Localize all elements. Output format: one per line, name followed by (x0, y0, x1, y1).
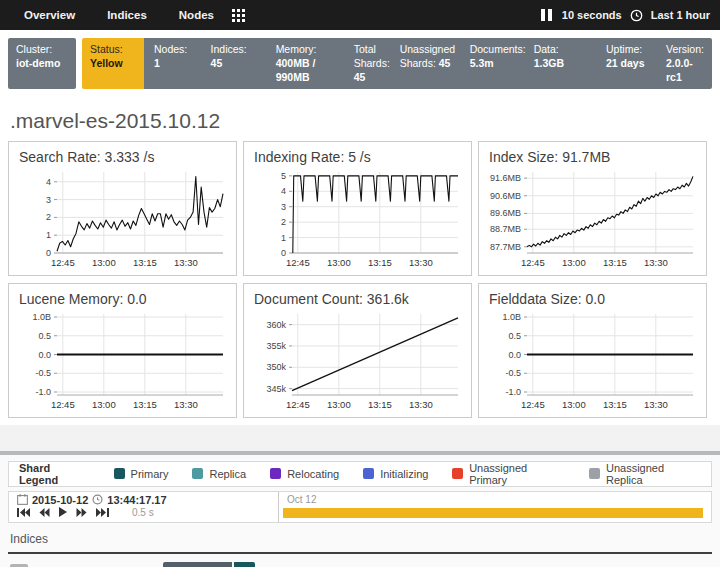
svg-text:87.7MB: 87.7MB (490, 241, 521, 251)
section-gap (0, 425, 720, 451)
playback-date[interactable]: 2015-10-12 (32, 494, 88, 506)
svg-text:345k: 345k (266, 383, 286, 393)
svg-text:1.0B: 1.0B (32, 312, 51, 322)
cluster-stat: Memory: 400MB / 990MB (268, 42, 346, 85)
svg-text:0.0: 0.0 (508, 349, 521, 359)
apps-grid-icon[interactable] (232, 9, 245, 22)
svg-text:4: 4 (46, 176, 51, 186)
svg-text:2: 2 (46, 212, 51, 222)
nav-item-indices[interactable]: Indices (93, 5, 161, 25)
status-label: Status: (90, 43, 123, 55)
svg-text:13:15: 13:15 (368, 257, 392, 268)
chart-plot[interactable]: 1.0B0.50.0-0.5-1.012:4513:0013:1513:30 (15, 309, 228, 415)
play-button[interactable] (59, 507, 67, 517)
cluster-stat: Indices: 45 (203, 42, 268, 85)
svg-text:89.6MB: 89.6MB (490, 208, 521, 218)
svg-text:13:00: 13:00 (92, 257, 116, 268)
pause-icon[interactable] (541, 9, 552, 21)
svg-text:12:45: 12:45 (51, 399, 75, 410)
chart-title: Lucene Memory: 0.0 (9, 284, 236, 307)
cluster-value: iot-demo (16, 57, 60, 69)
svg-text:13:30: 13:30 (644, 399, 668, 410)
refresh-interval[interactable]: 10 seconds (562, 9, 622, 21)
cluster-stat: Data: 1.3GB (526, 42, 598, 85)
svg-text:12:45: 12:45 (521, 399, 545, 410)
cluster-stat: Unassigned Shards: 45 (392, 42, 462, 85)
svg-text:13:00: 13:00 (92, 399, 116, 410)
indices-badges-row: 0 Headlok ★ 0 (8, 562, 712, 567)
svg-text:2: 2 (281, 217, 286, 227)
legend-item-replica: Replica (192, 462, 246, 486)
svg-text:13:30: 13:30 (174, 399, 198, 410)
playback-speed: 0.5 s (132, 507, 154, 518)
svg-text:1: 1 (46, 230, 51, 240)
cluster-stat: Version: 2.0.0-rc1 (658, 42, 710, 85)
nav-item-overview[interactable]: Overview (10, 5, 89, 25)
legend-item-unassigned-primary: Unassigned Primary (452, 462, 565, 486)
chart-plot[interactable]: 91.6MB90.6MB89.6MB88.7MB87.7MB12:4513:00… (485, 167, 698, 273)
legend-item-unassigned-replica: Unassigned Replica (589, 462, 701, 486)
legend-item-relocating: Relocating (270, 462, 339, 486)
timeline-date-label: Oct 12 (287, 494, 316, 505)
legend-item-initializing: Initializing (363, 462, 428, 486)
index-badge[interactable]: Headlok ★ 0 (163, 562, 255, 567)
svg-text:0.5: 0.5 (38, 330, 51, 340)
chart-plot[interactable]: 54321012:4513:0013:1513:30 (250, 167, 463, 273)
fast-forward-button[interactable] (76, 508, 87, 517)
cluster-bar: Cluster: iot-demo Status: Yellow Nodes: … (8, 38, 712, 89)
cluster-name-chip: Cluster: iot-demo (8, 38, 76, 89)
svg-text:13:30: 13:30 (174, 257, 198, 268)
nav-item-nodes[interactable]: Nodes (165, 5, 228, 25)
playback-time[interactable]: 13:44:17.17 (107, 494, 166, 506)
svg-text:88.7MB: 88.7MB (490, 224, 521, 234)
chart-plot[interactable]: 1.0B0.50.0-0.5-1.012:4513:0013:1513:30 (485, 309, 698, 415)
svg-text:-1.0: -1.0 (35, 387, 51, 397)
chart-title: Index Size: 91.7MB (479, 142, 706, 165)
charts-grid: Search Rate: 3.333 /s4321012:4513:0013:1… (8, 141, 712, 418)
svg-text:3: 3 (281, 201, 286, 211)
chart-title: Search Rate: 3.333 /s (9, 142, 236, 165)
time-range[interactable]: Last 1 hour (651, 9, 710, 21)
svg-text:13:15: 13:15 (368, 399, 392, 410)
cluster-stat: Nodes: 1 (146, 42, 203, 85)
legend-swatch (270, 468, 281, 479)
svg-text:13:30: 13:30 (644, 257, 668, 268)
top-nav: OverviewIndicesNodes 10 seconds Last 1 h… (0, 0, 720, 30)
svg-text:90.6MB: 90.6MB (490, 190, 521, 200)
timeline-progress-bar[interactable] (283, 508, 703, 518)
page-title: .marvel-es-2015.10.12 (10, 109, 710, 133)
cluster-label: Cluster: (16, 43, 52, 55)
skip-back-button[interactable] (17, 508, 30, 517)
shard-legend-title: Shard Legend (19, 462, 92, 486)
chart-title: Fielddata Size: 0.0 (479, 284, 706, 307)
chart-panel: Fielddata Size: 0.01.0B0.50.0-0.5-1.012:… (478, 283, 707, 418)
shard-legend-items: PrimaryReplicaRelocatingInitializingUnas… (114, 462, 701, 486)
svg-text:12:45: 12:45 (521, 257, 545, 268)
svg-text:13:30: 13:30 (409, 257, 433, 268)
indices-section-title: Indices (10, 532, 710, 546)
svg-text:0.0: 0.0 (38, 349, 51, 359)
svg-text:1: 1 (281, 232, 286, 242)
legend-swatch (114, 468, 125, 479)
bottom-section: Shard Legend PrimaryReplicaRelocatingIni… (0, 455, 720, 567)
svg-text:12:45: 12:45 (51, 257, 75, 268)
svg-text:3: 3 (46, 194, 51, 204)
cluster-status-chip: Status: Yellow (82, 38, 144, 89)
svg-text:355k: 355k (266, 340, 286, 350)
chart-panel: Indexing Rate: 5 /s54321012:4513:0013:15… (243, 141, 472, 276)
svg-text:12:45: 12:45 (286, 257, 310, 268)
chart-plot[interactable]: 360k355k350k345k12:4513:0013:1513:30 (250, 309, 463, 415)
rewind-button[interactable] (39, 508, 50, 517)
svg-text:360k: 360k (266, 319, 286, 329)
chart-title: Indexing Rate: 5 /s (244, 142, 471, 165)
calendar-icon (17, 494, 28, 505)
svg-text:13:00: 13:00 (327, 399, 351, 410)
legend-item-primary: Primary (114, 462, 169, 486)
cluster-stat: Uptime: 21 days (598, 42, 658, 85)
skip-forward-button[interactable] (96, 508, 109, 517)
legend-swatch (192, 468, 203, 479)
svg-text:13:00: 13:00 (562, 399, 586, 410)
chart-plot[interactable]: 4321012:4513:0013:1513:30 (15, 167, 228, 273)
svg-text:91.6MB: 91.6MB (490, 173, 521, 183)
svg-text:-0.5: -0.5 (35, 368, 51, 378)
